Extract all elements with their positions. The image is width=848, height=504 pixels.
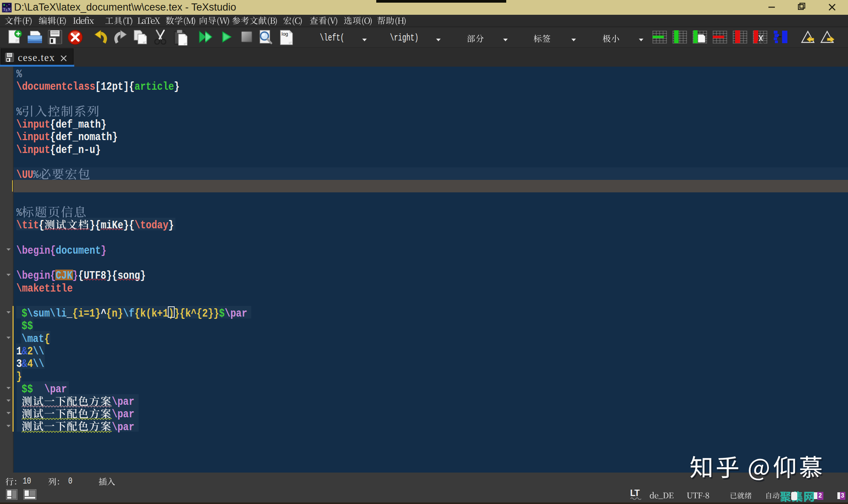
svg-text:log: log <box>282 31 288 37</box>
